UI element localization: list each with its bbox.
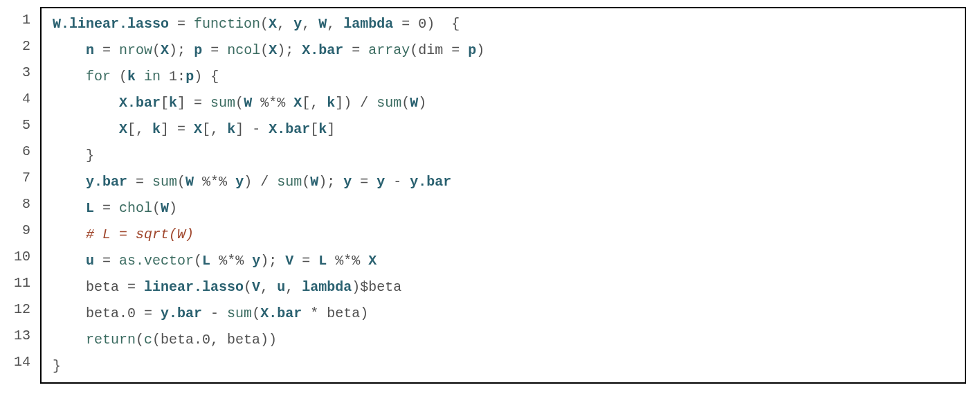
code-line: } xyxy=(53,143,954,169)
code-line: X[, k] = X[, k] - X.bar[k] xyxy=(53,116,954,143)
line-number: 2 xyxy=(14,33,30,60)
code-line: u = as.vector(L %*% y); V = L %*% X xyxy=(53,248,954,274)
code-line: } xyxy=(53,353,954,380)
code-line: X.bar[k] = sum(W %*% X[, k]) / sum(W) xyxy=(53,90,954,116)
line-number: 1 xyxy=(14,7,30,33)
code-line: # L = sqrt(W) xyxy=(53,222,954,248)
code-line: n = nrow(X); p = ncol(X); X.bar = array(… xyxy=(53,37,954,64)
line-number-gutter: 1 2 3 4 5 6 7 8 9 10 11 12 13 14 xyxy=(14,7,40,384)
line-number: 7 xyxy=(14,165,30,191)
line-number: 10 xyxy=(14,244,30,270)
line-number: 3 xyxy=(14,60,30,86)
line-number: 4 xyxy=(14,86,30,112)
code-listing: 1 2 3 4 5 6 7 8 9 10 11 12 13 14 W.linea… xyxy=(14,7,966,384)
code-line: beta.0 = y.bar - sum(X.bar * beta) xyxy=(53,301,954,327)
line-number: 11 xyxy=(14,270,30,296)
code-line: return(c(beta.0, beta)) xyxy=(53,327,954,353)
line-number: 12 xyxy=(14,296,30,323)
line-number: 8 xyxy=(14,191,30,217)
code-line: beta = linear.lasso(V, u, lambda)$beta xyxy=(53,274,954,301)
code-box: W.linear.lasso = function(X, y, W, lambd… xyxy=(40,7,966,384)
code-line: y.bar = sum(W %*% y) / sum(W); y = y - y… xyxy=(53,169,954,195)
line-number: 14 xyxy=(14,349,30,375)
code-line: for (k in 1:p) { xyxy=(53,64,954,90)
line-number: 9 xyxy=(14,217,30,244)
line-number: 13 xyxy=(14,323,30,349)
line-number: 5 xyxy=(14,112,30,139)
code-line: L = chol(W) xyxy=(53,195,954,222)
code-line: W.linear.lasso = function(X, y, W, lambd… xyxy=(53,11,954,37)
line-number: 6 xyxy=(14,139,30,165)
